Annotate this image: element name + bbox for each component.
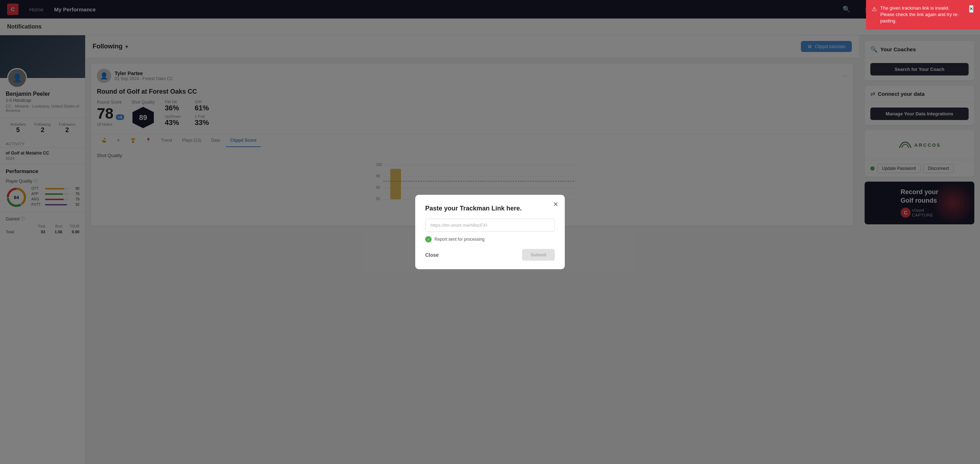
trackman-modal: Paste your Trackman Link here. ✕ ✓ Repor… (415, 195, 565, 269)
success-check-icon: ✓ (425, 236, 431, 243)
error-toast: ⚠ The given trackman link is invalid. Pl… (866, 0, 980, 30)
modal-actions: Close Submit (425, 249, 555, 261)
modal-title: Paste your Trackman Link here. (425, 205, 555, 212)
trackman-link-input[interactable] (425, 219, 555, 232)
modal-submit-button[interactable]: Submit (522, 249, 555, 261)
error-toast-message: The given trackman link is invalid. Plea… (880, 5, 963, 25)
modal-close-button[interactable]: Close (425, 252, 439, 258)
warning-icon: ⚠ (872, 5, 877, 13)
success-text: Report sent for processing (434, 237, 485, 242)
modal-success-message: ✓ Report sent for processing (425, 236, 555, 243)
modal-close-x-button[interactable]: ✕ (553, 200, 558, 208)
modal-overlay: Paste your Trackman Link here. ✕ ✓ Repor… (0, 0, 980, 464)
toast-close-button[interactable]: × (969, 5, 974, 13)
